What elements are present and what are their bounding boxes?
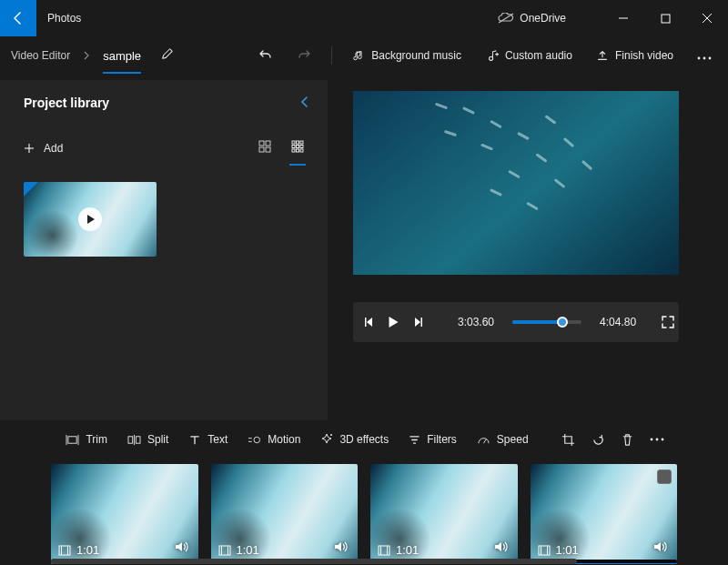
- step-back-icon: [364, 317, 375, 328]
- close-button[interactable]: [686, 0, 728, 36]
- undo-button[interactable]: [249, 43, 282, 68]
- clip-duration-overlay: 1:01: [58, 543, 99, 557]
- project-name[interactable]: sample: [103, 49, 141, 74]
- cloud-off-icon: [498, 13, 514, 24]
- svg-point-35: [661, 439, 663, 441]
- fullscreen-button[interactable]: [662, 316, 674, 328]
- storyboard-clip[interactable]: 1:01: [370, 464, 518, 564]
- volume-icon: [494, 540, 509, 553]
- clip-volume-button[interactable]: [334, 540, 349, 557]
- svg-rect-2: [662, 15, 670, 23]
- film-icon: [378, 545, 390, 556]
- clip-duration-overlay: 1:01: [538, 543, 579, 557]
- rename-button[interactable]: [161, 47, 174, 64]
- next-frame-button[interactable]: [412, 317, 423, 328]
- divider: [331, 46, 332, 65]
- custom-audio-button[interactable]: Custom audio: [476, 44, 581, 68]
- title-bar: Photos OneDrive: [0, 0, 728, 36]
- seek-slider[interactable]: [512, 320, 581, 324]
- storyboard-clip[interactable]: 1:01: [531, 464, 678, 564]
- film-icon: [218, 545, 231, 556]
- background-music-label: Background music: [371, 49, 461, 62]
- add-label: Add: [44, 142, 63, 155]
- current-time: 3:03.60: [458, 316, 494, 328]
- film-icon: [58, 545, 71, 556]
- library-clip-thumbnail[interactable]: [24, 182, 157, 257]
- 3d-effects-button[interactable]: 3D effects: [311, 429, 398, 449]
- storyboard-more-button[interactable]: [642, 434, 672, 445]
- grid-3x3-icon: [291, 140, 304, 153]
- preview-controls: 3:03.60 4:04.80: [353, 302, 679, 342]
- play-icon: [388, 316, 399, 328]
- collapse-library-button[interactable]: [300, 95, 309, 111]
- svg-rect-24: [365, 318, 367, 327]
- svg-rect-26: [68, 436, 76, 442]
- redo-button[interactable]: [288, 43, 320, 68]
- svg-rect-16: [297, 141, 299, 144]
- editor-toolbar: Video Editor sample Background music Cus…: [0, 36, 728, 75]
- svg-point-6: [698, 57, 701, 60]
- storyboard-clip[interactable]: 1:01: [51, 464, 198, 564]
- add-media-button[interactable]: Add: [24, 142, 63, 155]
- motion-icon: [248, 434, 261, 446]
- clip-duration: 1:01: [556, 543, 579, 557]
- minimize-button[interactable]: [602, 0, 644, 36]
- onedrive-status[interactable]: OneDrive: [498, 12, 566, 25]
- scrollbar-thumb[interactable]: [51, 559, 577, 564]
- play-button[interactable]: [388, 316, 399, 328]
- storyboard-clip[interactable]: 1:01: [211, 464, 359, 564]
- undo-icon: [258, 48, 273, 63]
- svg-point-34: [655, 439, 658, 441]
- background-music-button[interactable]: Background music: [343, 44, 470, 67]
- filters-button[interactable]: Filters: [399, 429, 466, 449]
- storyboard-scrollbar[interactable]: [51, 560, 677, 563]
- maximize-icon: [661, 14, 671, 24]
- svg-rect-12: [266, 141, 270, 146]
- grid-large-view-button[interactable]: [253, 136, 277, 160]
- svg-rect-13: [259, 147, 264, 152]
- split-button[interactable]: Split: [118, 429, 177, 449]
- volume-icon: [175, 540, 189, 553]
- crop-button[interactable]: [554, 429, 582, 450]
- volume-icon: [653, 540, 668, 553]
- step-forward-icon: [412, 317, 423, 328]
- rotate-button[interactable]: [584, 429, 612, 450]
- speed-button[interactable]: Speed: [468, 429, 538, 449]
- back-button[interactable]: [0, 0, 36, 36]
- crop-icon: [561, 433, 575, 447]
- text-icon: [188, 434, 201, 446]
- clip-checkbox[interactable]: [657, 469, 672, 484]
- trim-button[interactable]: Trim: [56, 429, 116, 449]
- finish-video-button[interactable]: Finish video: [587, 44, 682, 67]
- audio-plus-icon: [485, 49, 499, 63]
- plus-icon: [24, 143, 35, 154]
- delete-button[interactable]: [614, 429, 641, 450]
- music-note-icon: [352, 49, 365, 62]
- breadcrumb-root[interactable]: Video Editor: [11, 49, 70, 62]
- more-options-button[interactable]: [688, 42, 721, 69]
- clip-duration-overlay: 1:01: [378, 543, 419, 557]
- text-button[interactable]: Text: [179, 429, 237, 449]
- total-time: 4:04.80: [600, 316, 636, 328]
- ellipsis-icon: [650, 438, 664, 441]
- export-icon: [596, 49, 609, 62]
- maximize-button[interactable]: [644, 0, 686, 36]
- grid-small-view-button[interactable]: [286, 136, 309, 160]
- clip-duration: 1:01: [237, 543, 259, 557]
- ellipsis-icon: [697, 56, 712, 60]
- clip-volume-button[interactable]: [175, 540, 189, 557]
- close-icon: [702, 13, 713, 24]
- previous-frame-button[interactable]: [364, 317, 375, 328]
- svg-rect-42: [379, 546, 389, 555]
- custom-audio-label: Custom audio: [505, 49, 572, 62]
- clip-volume-button[interactable]: [653, 540, 668, 557]
- project-library-panel: Project library Add: [0, 80, 328, 420]
- sparkle-icon: [320, 433, 333, 446]
- svg-rect-15: [292, 141, 295, 144]
- svg-rect-39: [219, 546, 230, 555]
- seek-knob[interactable]: [557, 317, 568, 328]
- clip-volume-button[interactable]: [494, 540, 509, 557]
- motion-button[interactable]: Motion: [238, 429, 309, 449]
- play-overlay-icon: [78, 207, 102, 231]
- preview-video[interactable]: [353, 91, 679, 275]
